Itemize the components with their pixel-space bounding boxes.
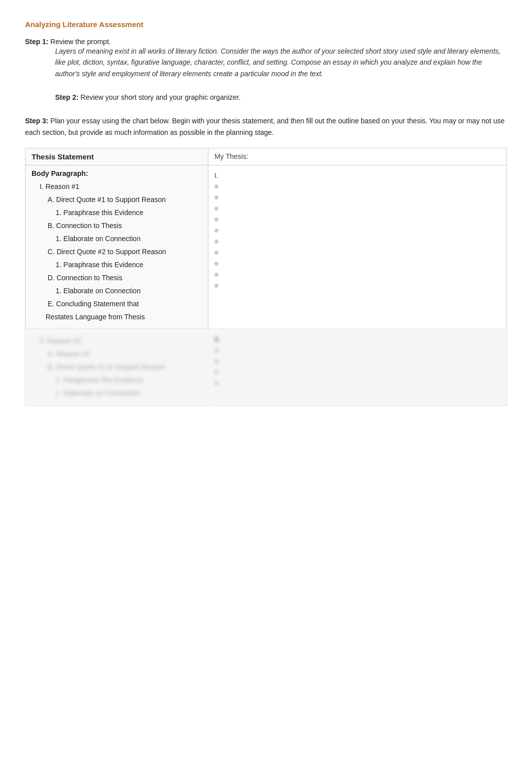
step1-label: Step 1:: [25, 38, 49, 46]
page-title: Analyzing Literature Assessment: [25, 20, 507, 29]
outline-item-dq1: A. Direct Quote #1 to Support Reason: [32, 194, 202, 205]
outline-item-conn-b: B. Connection to Thesis: [32, 221, 202, 231]
dot-7: [214, 251, 218, 255]
blurred-a: A. Reason #2: [32, 349, 202, 359]
step2-text: Review your short story and your graphic…: [81, 93, 241, 101]
blurred-dot-1: [214, 348, 218, 352]
dot-9: [214, 273, 218, 277]
blurred-paragraph-row: II. Reason #2 A. Reason #2 B. Direct Quo…: [26, 329, 507, 405]
outline-item-restates: Restates Language from Thesis: [32, 312, 202, 322]
outline-table: Thesis Statement My Thesis: Body Paragra…: [25, 148, 507, 406]
thesis-label-cell: Thesis Statement: [26, 148, 208, 165]
thesis-row: Thesis Statement My Thesis:: [26, 148, 507, 165]
outline-item-elab1: 1. Elaborate on Connection: [32, 234, 202, 244]
blurred-roman-ii: II.: [214, 335, 500, 343]
step2-label: Step 2:: [55, 93, 79, 101]
step3-text: Plan your essay using the chart below. B…: [25, 117, 504, 136]
body-paragraph-row: Body Paragraph: I. Reason #1 A. Direct Q…: [26, 165, 507, 329]
dot-10: [214, 284, 218, 288]
blurred-right: II.: [208, 329, 507, 405]
blurred-reason2: II. Reason #2: [32, 336, 202, 346]
dot-5: [214, 229, 218, 233]
thesis-placeholder: My Thesis:: [214, 152, 248, 160]
outline-item-concluding: E. Concluding Statement that: [32, 299, 202, 309]
dot-8: [214, 262, 218, 266]
roman-i: I.: [214, 171, 500, 179]
outline-item-reason1: I. Reason #1: [32, 181, 202, 192]
thesis-label: Thesis Statement: [32, 152, 94, 161]
body-paragraph-header: Body Paragraph:: [32, 169, 202, 177]
body-paragraph-right[interactable]: I.: [208, 165, 507, 329]
blurred-left: II. Reason #2 A. Reason #2 B. Direct Quo…: [26, 329, 208, 405]
dot-2: [214, 196, 218, 200]
dot-4: [214, 218, 218, 222]
step2-block: Step 2: Review your short story and your…: [55, 93, 507, 101]
thesis-value-cell[interactable]: My Thesis:: [208, 148, 507, 165]
right-content: I.: [214, 169, 500, 292]
blurred-elab: 1. Elaborate on Connection: [32, 388, 202, 399]
outline-item-dq2: C. Direct Quote #2 to Support Reason: [32, 247, 202, 257]
outline-item-conn-d: D. Connection to Thesis: [32, 273, 202, 283]
dot-1: [214, 184, 218, 188]
step1-block: Step 1: Review the prompt. Layers of mea…: [25, 38, 507, 79]
dot-3: [214, 207, 218, 211]
blurred-para: 1. Paraphrase this Evidence: [32, 375, 202, 385]
dot-6: [214, 240, 218, 244]
blurred-b: B. Direct Quote #1 to Support Reason: [32, 362, 202, 372]
blurred-dot-2: [214, 359, 218, 363]
step3-label: Step 3:: [25, 117, 49, 125]
blurred-right-content: II.: [214, 333, 500, 389]
outline-item-para1: 1. Paraphrase this Evidence: [32, 208, 202, 218]
step3-block: Step 3: Plan your essay using the chart …: [25, 115, 507, 138]
outline-item-para2: 1. Paraphrase this Evidence: [32, 260, 202, 270]
blurred-dot-4: [214, 381, 218, 385]
blurred-dot-3: [214, 370, 218, 374]
step1-prompt: Layers of meaning exist in all works of …: [55, 46, 507, 79]
body-paragraph-left: Body Paragraph: I. Reason #1 A. Direct Q…: [26, 165, 208, 329]
outline-item-elab2: 1. Elaborate on Connection: [32, 286, 202, 296]
step1-text: Review the prompt.: [51, 38, 111, 46]
